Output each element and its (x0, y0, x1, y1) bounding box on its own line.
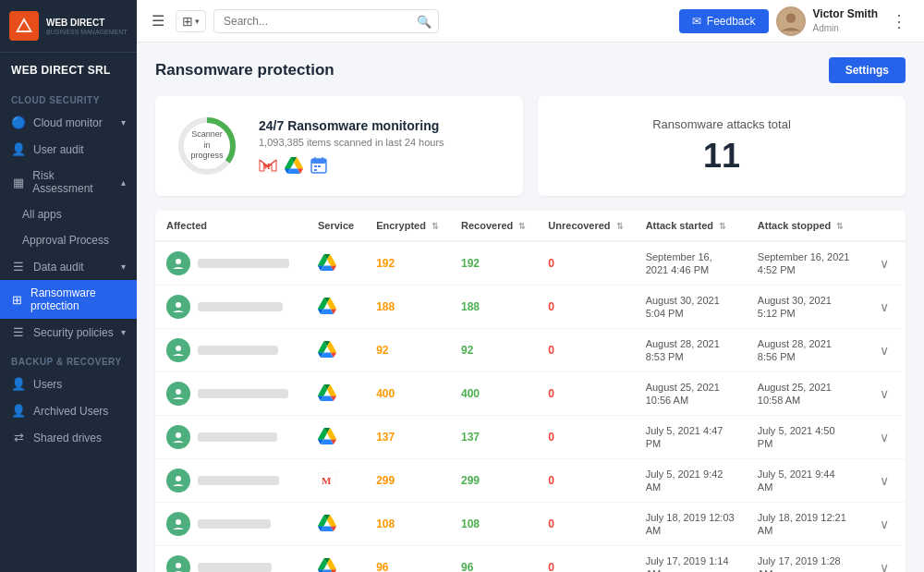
chevron-down-icon: ▾ (195, 17, 200, 26)
col-attack-stopped[interactable]: Attack stopped ⇅ (747, 211, 863, 241)
sidebar-item-cloud-monitor[interactable]: 🔵 Cloud monitor ▾ (0, 109, 137, 136)
user-name (198, 259, 289, 268)
encrypted-cell: 299 (365, 459, 450, 503)
sidebar-item-archived-users[interactable]: 👤 Archived Users (0, 397, 137, 424)
monitoring-card: Scanner in progress 24/7 Ransomware moni… (155, 96, 523, 196)
service-cell (307, 503, 365, 546)
sidebar-item-security-policies[interactable]: ☰ Security policies ▾ (0, 319, 137, 346)
attack-stopped-cell: August 30, 2021 5:12 PM (747, 286, 863, 329)
expand-row-button[interactable]: ∨ (874, 341, 894, 359)
attack-stopped-cell: July 17, 2019 1:28 AM (747, 546, 863, 573)
ransomware-table: Affected Service Encrypted ⇅ Recovered ⇅… (155, 211, 906, 572)
sidebar-item-user-audit[interactable]: 👤 User audit (0, 136, 137, 163)
expand-cell[interactable]: ∨ (863, 546, 906, 573)
expand-cell[interactable]: ∨ (863, 459, 906, 503)
feedback-button[interactable]: ✉ Feedback (679, 9, 769, 33)
svg-rect-9 (311, 159, 326, 164)
sidebar-item-users[interactable]: 👤 Users (0, 371, 137, 397)
gdrive-service-icon (318, 298, 336, 314)
page-content: Ransomware protection Settings Scanner i… (137, 43, 924, 572)
menu-toggle-button[interactable]: ☰ (148, 8, 168, 33)
user-name (198, 302, 283, 311)
svg-point-23 (176, 519, 181, 525)
sidebar-item-label: Archived Users (33, 405, 108, 418)
section-backup: Backup & Recovery (0, 346, 137, 371)
expand-row-button[interactable]: ∨ (874, 471, 894, 490)
col-recovered[interactable]: Recovered ⇅ (450, 211, 537, 241)
expand-row-button[interactable]: ∨ (874, 428, 894, 446)
main-content: ☰ ⊞ ▾ 🔍 ✉ Feedback Victor Smith Admin ⋮ (137, 0, 924, 572)
expand-cell[interactable]: ∨ (863, 286, 906, 329)
attack-stopped-cell: July 5, 2021 9:44 AM (747, 459, 863, 503)
page-header: Ransomware protection Settings (155, 57, 906, 83)
user-cell (155, 286, 307, 329)
svg-rect-14 (314, 169, 317, 171)
service-cell: M (307, 459, 365, 503)
col-attack-started[interactable]: Attack started ⇅ (635, 211, 747, 241)
more-options-button[interactable]: ⋮ (885, 9, 913, 33)
svg-point-24 (176, 563, 181, 568)
user-avatar (166, 425, 190, 449)
table-row: 188 188 0 August 30, 2021 5:04 PM August… (155, 286, 906, 329)
user-cell (155, 459, 307, 503)
expand-row-button[interactable]: ∨ (874, 254, 894, 273)
attack-stopped-cell: July 18, 2019 12:21 AM (747, 503, 863, 546)
svg-point-18 (176, 389, 181, 395)
table-row: 92 92 0 August 28, 2021 8:53 PM August 2… (155, 329, 906, 372)
chevron-down-icon: ▾ (121, 117, 126, 128)
table-header-row: Affected Service Encrypted ⇅ Recovered ⇅… (155, 211, 906, 241)
expand-row-button[interactable]: ∨ (874, 384, 894, 403)
encrypted-cell: 188 (365, 286, 450, 329)
user-name (198, 563, 272, 572)
recovered-cell: 96 (450, 546, 537, 573)
expand-row-button[interactable]: ∨ (874, 558, 894, 572)
attack-started-cell: July 5, 2021 9:42 AM (635, 459, 747, 503)
user-avatar (166, 382, 190, 406)
user-audit-icon: 👤 (11, 142, 26, 156)
col-encrypted[interactable]: Encrypted ⇅ (365, 211, 450, 241)
archive-icon: 👤 (11, 404, 26, 418)
svg-point-20 (176, 476, 181, 481)
monitoring-subtitle: 1,093,385 items scanned in last 24 hours (259, 137, 444, 148)
sidebar-item-label: User audit (33, 143, 84, 156)
settings-button[interactable]: Settings (829, 57, 906, 83)
service-cell (307, 329, 365, 372)
users-icon: 👤 (11, 377, 26, 391)
sidebar-item-approval-process[interactable]: Approval Process (0, 227, 137, 253)
expand-cell[interactable]: ∨ (863, 329, 906, 372)
expand-cell[interactable]: ∨ (863, 372, 906, 416)
user-avatar (166, 338, 190, 362)
sidebar-item-label: Security policies (33, 326, 114, 339)
logo-text: WEB DIRECT (46, 17, 128, 29)
svg-point-16 (176, 302, 181, 308)
view-switcher-button[interactable]: ⊞ ▾ (176, 10, 206, 32)
search-container: 🔍 (213, 9, 439, 33)
attack-stopped-cell: August 28, 2021 8:56 PM (747, 329, 863, 372)
user-name (198, 476, 279, 485)
expand-row-button[interactable]: ∨ (874, 298, 894, 316)
recovered-cell: 299 (450, 459, 537, 503)
chevron-down-icon: ▾ (121, 262, 126, 272)
user-name (198, 432, 277, 442)
sidebar-item-shared-drives[interactable]: ⇄ Shared drives (0, 424, 137, 451)
attack-stopped-cell: August 25, 2021 10:58 AM (747, 372, 863, 416)
attack-started-cell: July 18, 2019 12:03 AM (635, 503, 747, 546)
unrecovered-cell: 0 (537, 286, 634, 329)
gdrive-service-icon (318, 254, 336, 271)
col-unrecovered[interactable]: Unrecovered ⇅ (537, 211, 634, 241)
sidebar-item-ransomware[interactable]: ⊞ Ransomware protection (0, 280, 137, 319)
sidebar-item-data-audit[interactable]: ☰ Data audit ▾ (0, 253, 137, 280)
expand-cell[interactable]: ∨ (863, 416, 906, 459)
search-input[interactable] (213, 9, 439, 33)
user-avatar (166, 469, 190, 493)
user-role: Admin (813, 22, 878, 34)
expand-cell[interactable]: ∨ (863, 241, 906, 286)
user-avatar (166, 512, 190, 536)
sidebar-item-all-apps[interactable]: All apps (0, 201, 137, 227)
expand-cell[interactable]: ∨ (863, 503, 906, 546)
expand-row-button[interactable]: ∨ (874, 515, 894, 533)
data-audit-icon: ☰ (11, 260, 26, 274)
sidebar-item-risk-assessment[interactable]: ▦ Risk Assessment ▴ (0, 163, 137, 201)
summary-row: Scanner in progress 24/7 Ransomware moni… (155, 96, 906, 196)
gdrive-service-icon (318, 428, 336, 444)
